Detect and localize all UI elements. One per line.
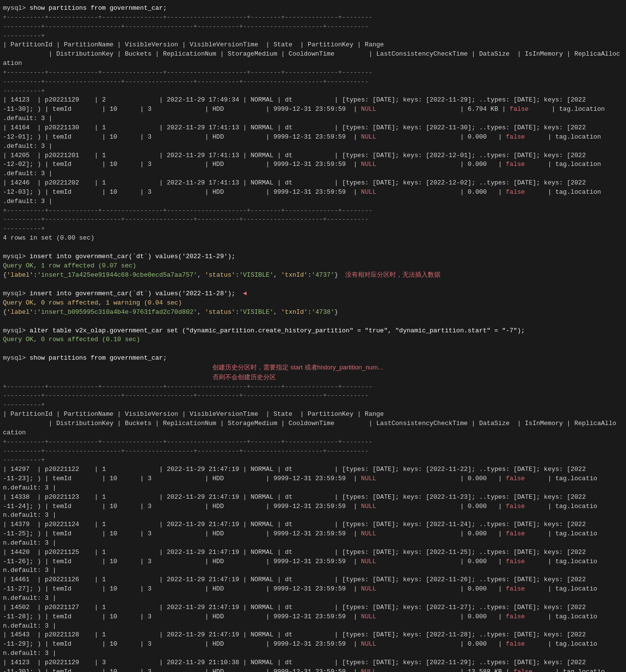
border-5: ----------+--------------------+--------… xyxy=(3,78,623,87)
prompt-insert-1: mysql> insert into government_car(`dt`) … xyxy=(3,252,623,262)
warn-msg-1: Query OK, 0 rows affected, 1 warning (0.… xyxy=(3,299,623,308)
border-1: +----------+-------------+--------------… xyxy=(3,13,623,22)
border-6: ----------+ xyxy=(3,87,623,96)
col-header-5: | DistributionKey | Buckets | Replicatio… xyxy=(3,419,623,428)
border-3: ----------+ xyxy=(3,32,623,41)
annotation-line-1: 创建历史分区时，需要指定 start 或者history_partition_n… xyxy=(3,363,623,373)
data-row-6c: n.default: 3 | xyxy=(3,511,623,520)
data-row-2b: -12-01]; ) | temId | 10 | 3 | HDD | 9999… xyxy=(3,133,623,142)
data-row-10c: n.default: 3 | xyxy=(3,622,623,631)
data-row-4c: .default: 3 | xyxy=(3,197,623,206)
data-row-11c: n.default: 3 | xyxy=(3,649,623,658)
border-15: ----------+ xyxy=(3,456,623,465)
data-row-9b: -11-27]; ) | temId | 10 | 3 | HDD | 9999… xyxy=(3,585,623,594)
ok-msg-2: Query OK, 0 rows affected (0.10 sec) xyxy=(3,335,623,345)
data-row-4a: | 14246 | p20221202 | 1 | 2022-11-29 17:… xyxy=(3,179,623,188)
terminal-window: mysql> show partitions from government_c… xyxy=(0,0,626,672)
data-row-6a: | 14338 | p20221123 | 1 | 2022-11-29 21:… xyxy=(3,493,623,502)
border-7: +----------+-------------+--------------… xyxy=(3,206,623,216)
result-1: 4 rows in set (0.00 sec) xyxy=(3,234,623,243)
blank-3 xyxy=(3,317,623,326)
data-row-11a: | 14543 | p20221128 | 1 | 2022-11-29 21:… xyxy=(3,631,623,640)
blank-2 xyxy=(3,280,623,289)
data-row-8c: n.default: 3 | xyxy=(3,566,623,575)
data-row-3a: | 14205 | p20221201 | 1 | 2022-11-29 17:… xyxy=(3,151,623,161)
data-row-8a: | 14420 | p20221125 | 1 | 2022-11-29 21:… xyxy=(3,548,623,557)
data-row-7b: -11-25]; ) | temId | 10 | 3 | HDD | 9999… xyxy=(3,529,623,539)
data-row-5a: | 14297 | p20221122 | 1 | 2022-11-29 21:… xyxy=(3,465,623,474)
data-row-9c: n.default: 3 | xyxy=(3,594,623,603)
json-result-2: {'label':'insert_b095995c310a4b4e-97631f… xyxy=(3,308,623,317)
data-row-2a: | 14164 | p20221130 | 1 | 2022-11-29 17:… xyxy=(3,123,623,133)
json-result-1: {'label':'insert_17a425ee91944c68-9cbe0e… xyxy=(3,270,623,280)
data-row-9a: | 14461 | p20221126 | 1 | 2022-11-29 21:… xyxy=(3,575,623,585)
data-row-5c: n.default: 3 | xyxy=(3,484,623,493)
col-header-4: | PartitionId | PartitionName | VisibleV… xyxy=(3,410,623,419)
border-14: ----------+--------------------+--------… xyxy=(3,447,623,456)
data-row-2c: .default: 3 | xyxy=(3,142,623,151)
data-row-5b: -11-23]; ) | temId | 10 | 3 | HDD | 9999… xyxy=(3,474,623,484)
data-row-10a: | 14502 | p20221127 | 1 | 2022-11-29 21:… xyxy=(3,603,623,612)
data-row-6b: -11-24]; ) | temId | 10 | 3 | HDD | 9999… xyxy=(3,502,623,511)
col-header-6: cation xyxy=(3,428,623,438)
border-12: ----------+ xyxy=(3,401,623,410)
prompt-line-1: mysql> show partitions from government_c… xyxy=(3,4,623,13)
col-header-1: | PartitionId | PartitionName | VisibleV… xyxy=(3,41,623,50)
border-2: ----------+--------------------+--------… xyxy=(3,22,623,32)
annotation-line-2: 否则不会创建历史分区 xyxy=(3,373,623,383)
ok-msg-1: Query OK, 1 row affected (0.07 sec) xyxy=(3,262,623,271)
data-row-4b: -12-03]; ) | temId | 10 | 3 | HDD | 9999… xyxy=(3,188,623,197)
border-4: +----------+-------------+--------------… xyxy=(3,68,623,78)
blank-4 xyxy=(3,345,623,354)
data-row-10b: -11-28]; ) | temId | 10 | 3 | HDD | 9999… xyxy=(3,612,623,622)
prompt-insert-2: mysql> insert into government_car(`dt`) … xyxy=(3,289,623,299)
prompt-show-2: mysql> show partitions from government_c… xyxy=(3,354,623,363)
prompt-alter: mysql> alter table v2x_olap.government_c… xyxy=(3,326,623,336)
data-row-1a: | 14123 | p20221129 | 2 | 2022-11-29 17:… xyxy=(3,96,623,105)
data-row-1c: .default: 3 | xyxy=(3,114,623,123)
col-header-2: | DistributionKey | Buckets | Replicatio… xyxy=(3,50,623,59)
data-row-12b: -11-30]; ) | temId | 10 | 3 | HDD | 9999… xyxy=(3,668,623,672)
border-9: ----------+ xyxy=(3,224,623,234)
border-8: ----------+--------------------+--------… xyxy=(3,215,623,224)
data-row-11b: -11-29]; ) | temId | 10 | 3 | HDD | 9999… xyxy=(3,640,623,649)
data-row-7a: | 14379 | p20221124 | 1 | 2022-11-29 21:… xyxy=(3,520,623,529)
data-row-7c: n.default: 3 | xyxy=(3,539,623,548)
data-row-1b: -11-30]; ) | temId | 10 | 3 | HDD | 9999… xyxy=(3,105,623,114)
border-10: +----------+-------------+--------------… xyxy=(3,383,623,392)
blank-1 xyxy=(3,243,623,252)
data-row-3b: -12-02]; ) | temId | 10 | 3 | HDD | 9999… xyxy=(3,160,623,169)
data-row-3c: .default: 3 | xyxy=(3,169,623,179)
border-13: +----------+-------------+--------------… xyxy=(3,438,623,447)
col-header-3: ation xyxy=(3,59,623,68)
data-row-12a: | 14123 | p20221129 | 3 | 2022-11-29 21:… xyxy=(3,658,623,668)
data-row-8b: -11-26]; ) | temId | 10 | 3 | HDD | 9999… xyxy=(3,557,623,567)
border-11: ----------+--------------------+--------… xyxy=(3,391,623,401)
